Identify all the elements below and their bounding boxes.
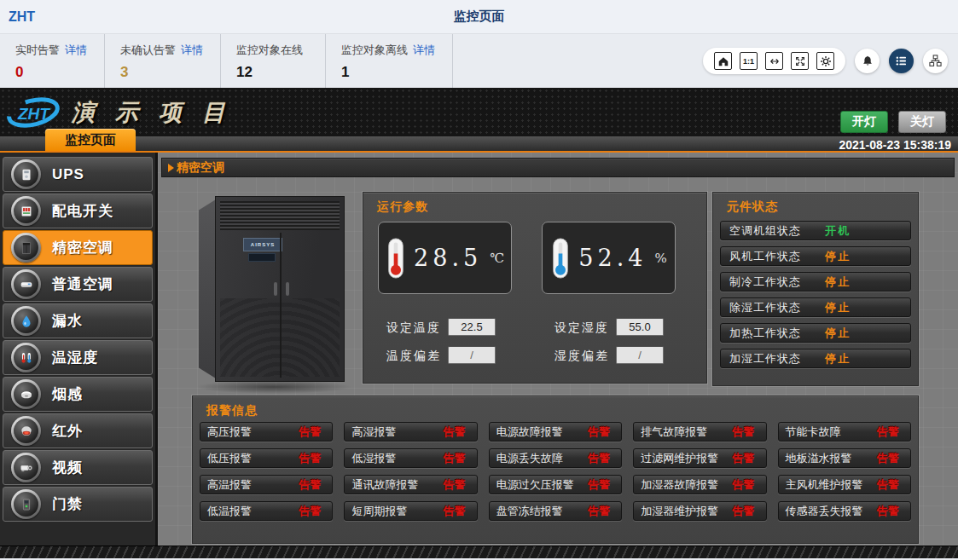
stat-label: 实时告警 [15, 43, 60, 56]
sidebar-item-infrared[interactable]: 红外 [3, 413, 153, 448]
alarm-status: 告警 [299, 477, 321, 493]
alarm-status: 告警 [444, 451, 466, 466]
stat-label: 监控对象在线 [236, 43, 303, 56]
light-on-button[interactable]: 开灯 [840, 111, 888, 133]
status-value: 停止 [825, 300, 851, 315]
alarm-status: 告警 [733, 477, 755, 493]
alarm-status: 告警 [299, 424, 321, 440]
alarm-grid: 高压报警告警 高湿报警告警 电源故障报警告警 排气故障报警告警 节能卡故障告警 … [200, 422, 911, 521]
camera-icon [11, 453, 41, 482]
alarm-status: 告警 [588, 477, 610, 493]
set-hum-value[interactable]: 55.0 [616, 318, 664, 336]
stats-bar: 实时告警详情 0 未确认告警详情 3 监控对象在线 12 监控对象离线详情 1 … [0, 34, 958, 88]
sidebar-item-temp-humidity[interactable]: 温湿度 [3, 340, 153, 375]
page-title: 监控页面 [454, 9, 505, 25]
alarm-label: 地板溢水报警 [786, 451, 852, 466]
sidebar-item-water-leak[interactable]: 漏水 [3, 303, 153, 338]
alarm-status: 告警 [299, 451, 321, 466]
status-label: 风机工作状态 [729, 249, 801, 264]
alarm-tile: 低湿报警告警 [344, 448, 477, 468]
status-row: 除湿工作状态 停止 [720, 297, 911, 317]
sidebar-item-label: 红外 [52, 421, 83, 441]
details-link[interactable]: 详情 [413, 43, 435, 56]
sidebar-item-label: UPS [52, 166, 84, 183]
home-icon[interactable] [714, 52, 732, 70]
status-row: 加热工作状态 停止 [720, 323, 911, 343]
alarm-label: 过滤网维护报警 [641, 451, 718, 466]
ups-icon [11, 159, 41, 189]
fit-width-icon[interactable] [765, 52, 783, 70]
bell-icon[interactable] [855, 49, 880, 73]
alarm-info-title: 报警信息 [193, 396, 918, 419]
stat-label: 未确认告警 [120, 43, 176, 56]
sidebar-item-label: 精密空调 [52, 238, 113, 257]
status-value: 停止 [825, 274, 851, 290]
alarm-tile: 电源故障报警告警 [489, 422, 622, 442]
status-row: 风机工作状态 停止 [720, 246, 911, 266]
sidebar-item-power-switch[interactable]: 配电开关 [3, 193, 153, 228]
section-title: 精密空调 [177, 160, 224, 176]
settings-icon[interactable] [816, 52, 834, 70]
hum-dev-value: / [616, 346, 664, 364]
temperature-value: 28.5 [414, 245, 482, 271]
brand-logo[interactable]: ZHT [0, 9, 35, 25]
sitemap-icon[interactable] [923, 49, 948, 73]
sidebar-item-ups[interactable]: UPS [3, 157, 153, 192]
sidebar-item-label: 温湿度 [52, 348, 98, 367]
zht-logo: ZHT [0, 93, 61, 132]
one-to-one-icon[interactable]: 1:1 [740, 52, 758, 70]
stat-value: 3 [120, 64, 203, 81]
sidebar-item-smoke[interactable]: 烟感 [3, 377, 153, 412]
sidebar-item-label: 视频 [52, 458, 83, 477]
smoke-detector-icon [11, 379, 41, 409]
thermometers-icon [11, 343, 41, 372]
alarm-tile: 低压报警告警 [200, 448, 333, 468]
ac-door-handle [274, 282, 277, 296]
alarm-label: 节能卡故障 [786, 424, 841, 440]
ac-grille [220, 201, 340, 230]
alarm-label: 高温报警 [207, 477, 252, 493]
sidebar-item-label: 烟感 [52, 384, 83, 404]
light-off-button[interactable]: 关灯 [898, 111, 946, 133]
sidebar: UPS 配电开关 精密空调 普通空调 漏水 [0, 153, 158, 546]
alarm-label: 主风机维护报警 [786, 477, 863, 493]
sidebar-item-label: 门禁 [52, 494, 83, 514]
details-link[interactable]: 详情 [65, 43, 87, 56]
sidebar-item-normal-ac[interactable]: 普通空调 [3, 267, 153, 302]
sidebar-item-label: 普通空调 [52, 274, 113, 294]
temp-dev-label: 温度偏差 [386, 349, 441, 364]
section-header: 精密空调 [161, 158, 955, 177]
alarm-label: 低压报警 [207, 451, 252, 466]
water-drop-icon [11, 306, 41, 336]
toolbar: 1:1 [703, 34, 958, 88]
alarm-label: 传感器丢失报警 [786, 504, 863, 519]
alarm-tile: 过滤网维护报警告警 [633, 448, 766, 468]
alarm-tile: 地板溢水报警告警 [778, 448, 911, 468]
precision-ac-icon [11, 233, 41, 263]
sidebar-item-precision-ac[interactable]: 精密空调 [3, 230, 153, 265]
sidebar-item-door-access[interactable]: 门禁 [3, 487, 153, 522]
breaker-icon [11, 196, 41, 226]
fullscreen-icon[interactable] [791, 52, 809, 70]
status-row: 制冷工作状态 停止 [720, 272, 911, 292]
top-bar: ZHT 监控页面 [0, 0, 958, 34]
status-value: 停止 [825, 326, 851, 341]
timestamp: 2021-08-23 15:38:19 [839, 138, 951, 152]
stat-value: 0 [15, 64, 87, 81]
ac-display [248, 253, 276, 262]
normal-ac-icon [11, 269, 41, 299]
set-temp-value[interactable]: 22.5 [448, 318, 496, 336]
door-access-icon [11, 489, 41, 519]
status-row: 加湿工作状态 停止 [720, 349, 911, 368]
details-link[interactable]: 详情 [181, 43, 203, 56]
tab-monitor-page[interactable]: 监控页面 [45, 129, 136, 151]
alarm-status: 告警 [299, 504, 321, 519]
section-arrow-icon [168, 164, 174, 172]
ac-shadow [195, 380, 352, 394]
list-icon[interactable] [889, 49, 914, 73]
alarm-tile: 电源过欠压报警告警 [489, 475, 622, 494]
alarm-tile: 主风机维护报警告警 [778, 475, 911, 494]
ac-door-seam [280, 233, 282, 378]
sidebar-item-video[interactable]: 视频 [3, 450, 153, 485]
alarm-status: 告警 [588, 424, 610, 440]
